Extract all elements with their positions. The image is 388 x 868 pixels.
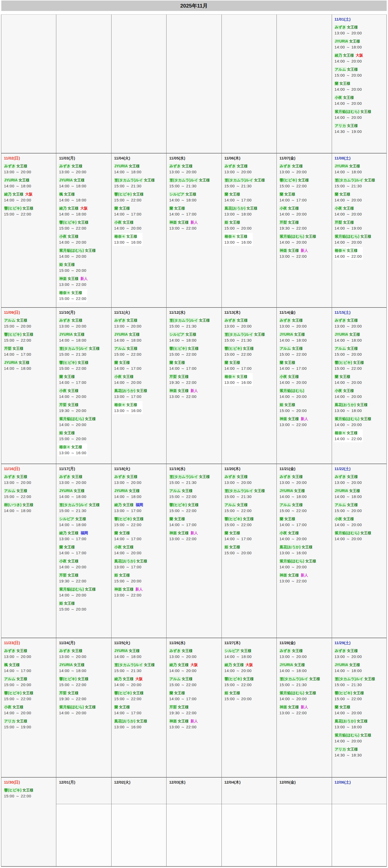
- queen-title-suffix: 女王様: [347, 503, 358, 507]
- queen-name: 篁(タカムラ)ルイ: [59, 503, 88, 507]
- calendar-cell-11-13: 11/13(木)みずき女王様13:00 ～ 20:00篁(タカムラ)ルイ女王様1…: [222, 308, 277, 464]
- entry-name-line: 芹梨女王様: [279, 220, 307, 225]
- shift-time: 14:00 ～ 18:00: [59, 668, 86, 673]
- schedule-entry: 神楽女王様新人13:00 ～ 22:00: [279, 248, 308, 259]
- entry-name-line: 小夜女王様: [59, 388, 86, 393]
- queen-title-suffix: 女王様: [67, 206, 78, 210]
- schedule-entry: 姫女王様15:00 ～ 20:00: [279, 402, 307, 413]
- queen-name: 響(ヒビキ): [59, 220, 76, 224]
- queen-name: 紫月焔(ほむら): [334, 234, 360, 239]
- schedule-entry: 神楽女王様新人13:00 ～ 22:00: [59, 276, 88, 287]
- queen-name: 芹梨: [59, 403, 67, 407]
- shift-time: 14:00 ～ 20:00: [59, 422, 96, 427]
- entry-name-line: 蘭女王様: [114, 531, 141, 535]
- shift-time: 15:00 ～ 22:00: [169, 352, 199, 357]
- queen-name: アルム: [334, 346, 346, 350]
- queen-name: 凰花(おうか): [334, 719, 356, 723]
- shift-time: 14:00 ～ 18:00: [334, 668, 362, 673]
- queen-title-suffix: 女王様: [199, 318, 210, 322]
- shift-time: 14:00 ～ 17:00: [224, 536, 252, 541]
- shift-time: 13:00 ～ 20:00: [224, 323, 252, 329]
- queen-title-suffix: 女王様: [237, 474, 248, 479]
- rookie-tag: 新人: [301, 705, 308, 709]
- queen-title-suffix: 女王様: [288, 220, 299, 224]
- shift-time: 15:00 ～ 21:30: [169, 480, 210, 485]
- shift-time: 19:30 ～ 22:00: [169, 380, 196, 385]
- date-label: 11/02(日): [4, 156, 54, 161]
- date-label: 11/20(木): [224, 466, 274, 471]
- entry-name-line: 紫月焔(ほむら)女王様: [279, 690, 316, 695]
- queen-name: 綾乃: [114, 503, 122, 507]
- queen-name: 綾乃: [169, 663, 177, 667]
- shift-time: 13:00 ～ 20:00: [279, 480, 307, 485]
- entry-name-line: アルム女王様: [4, 677, 31, 681]
- schedule-entry: 椿奈々女王様14:00 ～ 22:00: [334, 431, 362, 441]
- queen-name: 綾乃: [114, 677, 122, 681]
- entry-name-line: 小夜女王様: [59, 234, 86, 239]
- queen-name: 神楽: [279, 417, 287, 421]
- queen-name: みずき: [334, 474, 346, 479]
- queen-name: 姫: [279, 403, 284, 407]
- entry-name-line: 凰花(おうか)女王様: [334, 402, 368, 407]
- schedule-entry: 篁(タカムラ)ルイ女王様15:00 ～ 21:30: [224, 178, 265, 188]
- entry-name-line: シルビア女王様: [59, 517, 86, 521]
- calendar-cell-11-05: 11/05(水)みずき女王様13:00 ～ 20:00篁(タカムラ)ルイ女王様1…: [166, 153, 221, 307]
- entry-name-line: みずき女王様: [169, 164, 196, 168]
- shift-time: 14:00 ～ 20:00: [279, 380, 307, 385]
- schedule-entry: 姫女王様15:00 ～ 20:00: [224, 545, 252, 555]
- entry-name-line: 響(ヒビキ)女王様: [114, 517, 143, 521]
- queen-title-suffix: 女王様: [127, 474, 137, 479]
- schedule-entry: 篁(タカムラ)ルイ女王様15:00 ～ 21:30: [224, 332, 265, 343]
- shift-time: 15:00 ～ 20:00: [4, 323, 31, 329]
- queen-name: 蘭: [279, 361, 284, 365]
- shift-time: 13:00 ～ 16:00: [224, 240, 252, 245]
- queen-title-suffix: 女王様: [240, 649, 252, 653]
- shift-time: 14:00 ～ 17:00: [169, 696, 196, 701]
- queen-title-suffix: 女王様: [67, 691, 78, 695]
- queen-title-suffix: 女王様: [182, 489, 193, 493]
- queen-title-suffix: 女王様: [243, 677, 254, 681]
- entry-name-line: 凰花(おうか)女王様: [224, 206, 257, 211]
- schedule-entry: 蘭女王様14:00 ～ 20:00: [334, 192, 362, 203]
- shift-time: 15:00 ～ 22:00: [114, 352, 141, 357]
- queen-title-suffix: 女王様: [74, 663, 85, 667]
- shift-time: 14:00 ～ 20:00: [279, 240, 316, 245]
- shift-time: 15:00 ～ 20:00: [279, 408, 307, 413]
- shift-time: 14:00 ～ 17:00: [59, 380, 86, 385]
- calendar-cell-empty: [166, 14, 221, 153]
- entry-name-line: アルム女王様: [224, 502, 252, 507]
- calendar-cell-11-02: 11/02(日)みずき女王様13:00 ～ 20:00JYURIA女王様14:0…: [1, 153, 56, 307]
- date-label: 11/07(金): [279, 156, 329, 161]
- entry-name-line: みずき女王様: [4, 474, 31, 479]
- schedule-entry: みずき女王様13:00 ～ 20:00: [224, 474, 252, 485]
- shift-time: 15:00 ～ 22:00: [279, 183, 309, 188]
- entry-name-line: 綾乃女王様福岡: [114, 502, 143, 507]
- queen-name: 綾乃: [4, 192, 12, 196]
- queen-name: 姫: [59, 601, 63, 605]
- shift-time: 13:00 ～ 16:00: [114, 724, 147, 730]
- shift-time: 15:00 ～ 22:00: [59, 682, 88, 687]
- queen-name: 響(ヒビキ): [4, 332, 22, 336]
- queen-title-suffix: 女王様: [89, 503, 100, 507]
- schedule-entry: 神楽女王様新人13:00 ～ 22:00: [114, 587, 143, 597]
- schedule-entry: 蘭女王様14:00 ～ 20:00: [334, 81, 362, 92]
- schedule-entry: 芹梨女王様19:30 ～ 22:00: [169, 705, 196, 715]
- entry-name-line: 紫月焔(ほむら)女王様: [59, 248, 96, 253]
- calendar-cell-11-04: 11/04(火)JYURIA女王様14:00 ～ 18:00篁(タカムラ)ルイ女…: [111, 153, 166, 307]
- queen-title-suffix: 女王様: [119, 531, 130, 535]
- schedule-entry: 小夜女王様14:00 ～ 20:00: [279, 374, 307, 385]
- entry-name-line: 篁(タカムラ)ルイ女王様: [224, 332, 265, 337]
- queen-name: 神楽: [169, 389, 177, 393]
- calendar-cell-11-26: 11/26(水)みずき女王様13:00 ～ 20:00綾乃女王様大阪14:00 …: [166, 638, 221, 777]
- schedule-entry: アルム女王様15:00 ～ 22:00: [4, 488, 31, 499]
- calendar-cell-11-17: 11/17(月)みずき女王様13:00 ～ 20:00JYURIA女王様14:0…: [56, 464, 111, 638]
- queen-title-suffix: 女王様: [360, 733, 371, 737]
- queen-title-suffix: 女王様: [23, 788, 33, 792]
- entry-name-line: 凰花(おうか)女王様: [114, 719, 147, 724]
- queen-name: アリカ: [4, 719, 15, 723]
- schedule-entry: 小夜女王様14:00 ～ 20:00: [279, 206, 307, 217]
- schedule-entry: 小夜女王様14:00 ～ 20:00: [4, 705, 31, 715]
- entry-name-line: みずき女王様: [279, 318, 307, 323]
- entry-name-line: 響(ヒビキ)女王様: [4, 690, 33, 695]
- shift-time: 15:00 ～ 21:30: [114, 668, 155, 673]
